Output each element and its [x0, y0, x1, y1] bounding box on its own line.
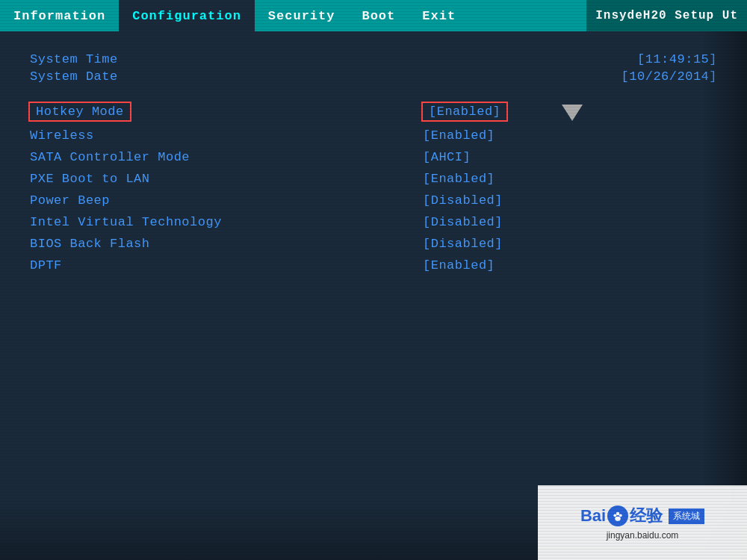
- svg-point-1: [614, 514, 617, 517]
- intel-vt-label: Intel Virtual Technology: [30, 215, 222, 229]
- hotkey-mode-label-col: Hotkey Mode: [30, 103, 408, 120]
- triangle-indicator: [562, 105, 583, 121]
- sata-value: [AHCI]: [423, 150, 471, 164]
- watermark-url: jingyan.baidu.com: [607, 530, 679, 541]
- dptf-row[interactable]: DPTF [Enabled]: [30, 255, 717, 276]
- menu-bar: Information Configuration Security Boot …: [0, 0, 747, 31]
- pxe-row[interactable]: PXE Boot to LAN [Enabled]: [30, 168, 717, 190]
- menu-item-security[interactable]: Security: [255, 0, 349, 31]
- svg-point-0: [616, 512, 620, 516]
- pxe-label: PXE Boot to LAN: [30, 172, 150, 186]
- baidu-text-left: Bai: [580, 506, 606, 526]
- system-date-value: [10/26/2014]: [622, 69, 717, 84]
- sata-row[interactable]: SATA Controller Mode [AHCI]: [30, 146, 717, 168]
- baidu-jingyan-text: 经验: [630, 505, 663, 527]
- system-labels: System Time System Date: [30, 52, 118, 84]
- dptf-label: DPTF: [30, 258, 62, 273]
- wireless-value: [Enabled]: [423, 128, 495, 143]
- main-content: System Time System Date [11:49:15] [10/2…: [0, 31, 747, 297]
- bios-screen: Information Configuration Security Boot …: [0, 0, 747, 560]
- watermark: Bai 经验 系统城 jingyan.baidu.com: [538, 485, 747, 560]
- intel-vt-value: [Disabled]: [423, 215, 503, 229]
- menu-item-boot[interactable]: Boot: [348, 0, 409, 31]
- baidu-paw-icon: [607, 505, 628, 526]
- system-info-section: System Time System Date [11:49:15] [10/2…: [30, 52, 717, 84]
- pxe-value: [Enabled]: [423, 172, 495, 186]
- intel-vt-row[interactable]: Intel Virtual Technology [Disabled]: [30, 211, 717, 233]
- hotkey-mode-row[interactable]: Hotkey Mode [Enabled]: [30, 99, 717, 125]
- system-date-label: System Date: [30, 69, 118, 84]
- system-time-label: System Time: [30, 52, 118, 66]
- svg-point-3: [615, 517, 621, 521]
- power-beep-row[interactable]: Power Beep [Disabled]: [30, 190, 717, 211]
- menu-item-configuration[interactable]: Configuration: [119, 0, 255, 31]
- settings-section: Hotkey Mode [Enabled] Wireless [Enabled]…: [30, 99, 717, 276]
- xitong-badge: 系统城: [669, 508, 704, 524]
- system-values: [11:49:15] [10/26/2014]: [622, 52, 717, 84]
- bios-flash-row[interactable]: BIOS Back Flash [Disabled]: [30, 233, 717, 255]
- hotkey-mode-value: [Enabled]: [423, 103, 506, 120]
- baidu-logo: Bai 经验: [580, 505, 663, 527]
- menu-item-information[interactable]: Information: [0, 0, 119, 31]
- wireless-row[interactable]: Wireless [Enabled]: [30, 125, 717, 146]
- bios-flash-value: [Disabled]: [423, 237, 503, 251]
- bios-flash-label: BIOS Back Flash: [30, 237, 150, 251]
- svg-point-2: [619, 514, 622, 517]
- sata-label: SATA Controller Mode: [30, 150, 190, 164]
- dptf-value: [Enabled]: [423, 258, 495, 273]
- power-beep-value: [Disabled]: [423, 193, 503, 208]
- system-time-value: [11:49:15]: [637, 52, 717, 66]
- watermark-top: Bai 经验 系统城: [580, 505, 704, 527]
- hotkey-mode-label: Hotkey Mode: [30, 103, 130, 120]
- menu-item-exit[interactable]: Exit: [409, 0, 469, 31]
- bios-brand: InsydeH20 Setup Ut: [586, 0, 747, 31]
- wireless-label: Wireless: [30, 128, 94, 143]
- power-beep-label: Power Beep: [30, 193, 110, 208]
